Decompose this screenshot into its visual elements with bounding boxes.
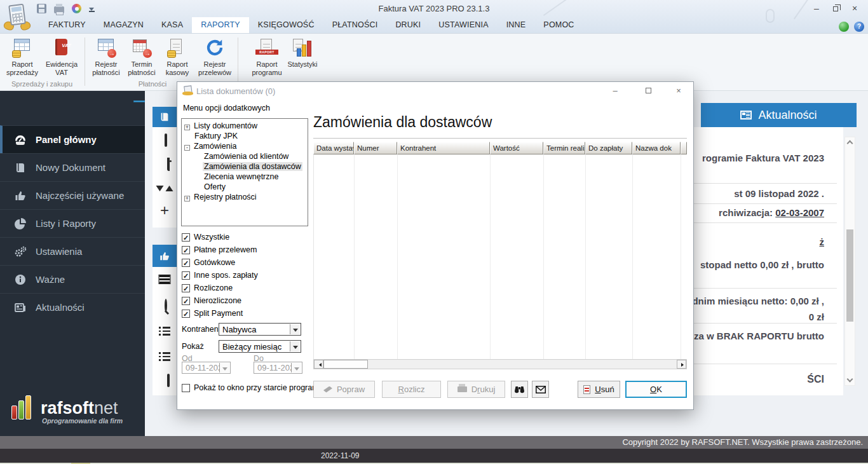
ribbon-raport-sprzedazy[interactable]: Raport sprzedaży [3, 36, 42, 76]
chevron-down-icon[interactable] [290, 324, 300, 334]
sidebar-item-ustawienia[interactable]: Ustawienia [0, 237, 145, 265]
sort-icon[interactable] [156, 186, 173, 191]
tab-inne[interactable]: INNE [498, 17, 535, 33]
ribbon-raport-kasowy[interactable]: Raport kasowy [159, 36, 195, 76]
column-header[interactable]: Data wystawi [313, 142, 354, 154]
card-najczesciej-header[interactable] [153, 245, 177, 267]
column-header[interactable]: Kontrahent [397, 142, 490, 154]
scroll-down-icon[interactable] [847, 376, 853, 383]
column-header[interactable]: Numer [354, 142, 397, 154]
checkbox-icon[interactable] [182, 259, 190, 267]
scroll-up-icon[interactable] [847, 140, 853, 147]
column-header[interactable]: Termin realiz [543, 142, 585, 154]
sidebar-item-aktualnosci[interactable]: Aktualności [0, 293, 145, 321]
horizontal-scrollbar[interactable] [313, 359, 687, 369]
tab-ksiegowosc[interactable]: KSIĘGOWOŚĆ [249, 17, 323, 33]
table-body[interactable] [313, 154, 687, 359]
ribbon-termin-platnosci[interactable]: → Termin płatności [124, 36, 159, 76]
checkbox-icon[interactable] [182, 310, 190, 318]
sidebar-item-listy-i-raporty[interactable]: Listy i Raporty [0, 209, 145, 237]
kontrahent-select[interactable]: Nabywca [219, 323, 301, 336]
dialog-maximize-button[interactable] [639, 86, 657, 97]
tree-item[interactable]: +Listy dokumentów [184, 121, 308, 131]
dialog-titlebar[interactable]: Lista dokumentów (0) – × [177, 82, 693, 99]
checkbox-icon[interactable] [182, 271, 190, 280]
ribbon-rejestr-platnosci[interactable]: → Rejestr płatności [88, 36, 124, 76]
checkbox-icon[interactable] [182, 384, 190, 392]
usun-button[interactable]: Usuń [578, 381, 620, 398]
sidebar-item-wazne[interactable]: Ważne [0, 265, 145, 293]
tab-platnosci[interactable]: PŁATNOŚCI [323, 17, 387, 33]
minimize-button[interactable]: – [810, 4, 824, 14]
filter-inne-spos-zaplaty[interactable]: Inne spos. zapłaty [182, 271, 258, 280]
tab-pomoc[interactable]: POMOC [534, 17, 583, 33]
list-icon[interactable] [159, 352, 170, 363]
ribbon-ewidencja-vat[interactable]: VAT Ewidencja VAT [42, 36, 81, 76]
filter-split-payment[interactable]: Split Payment [182, 309, 243, 318]
calculator-icon[interactable] [167, 374, 170, 387]
help-icon[interactable]: ? [854, 22, 864, 32]
rafsoft-logo[interactable]: rafsoftnet Oprogramowanie dla firm [11, 400, 139, 425]
dialog-minimize-button[interactable]: – [606, 86, 624, 97]
tree-item[interactable]: Faktury JPK [184, 131, 308, 141]
card-nowy-dokument-header[interactable] [153, 107, 177, 127]
tree-expander-icon[interactable]: + [184, 125, 190, 130]
tab-raporty[interactable]: RAPORTY [192, 17, 249, 33]
filter-platne-przelewem[interactable]: Płatne przelewem [182, 245, 257, 254]
filter-nierozliczone[interactable]: Nierozliczone [182, 296, 241, 305]
scrollbar-thumb[interactable] [846, 229, 853, 322]
ribbon-rejestr-przelewow[interactable]: Rejestr przelewów [195, 36, 234, 76]
close-button[interactable]: × [848, 4, 862, 14]
ok-button[interactable]: OK [625, 381, 687, 398]
tag-icon[interactable] [167, 158, 170, 171]
checkbox-icon[interactable] [182, 284, 190, 292]
tree-expander-icon[interactable]: - [184, 145, 190, 151]
filter-gotowkowe[interactable]: Gotówkowe [182, 258, 235, 267]
restore-button[interactable] [829, 4, 843, 14]
column-header[interactable]: Do zapłaty [585, 142, 632, 154]
tab-faktury[interactable]: FAKTURY [39, 17, 95, 33]
search-icon[interactable] [165, 299, 167, 312]
tab-kasa[interactable]: KASA [153, 17, 192, 33]
calculator-icon[interactable] [165, 133, 167, 147]
column-header[interactable]: Nazwa dok [632, 142, 681, 154]
pokaz-select[interactable]: Bieżący miesiąc [219, 340, 301, 353]
checkbox-icon[interactable] [182, 297, 190, 305]
checkbox-icon[interactable] [182, 246, 190, 254]
tree-expander-icon[interactable]: + [184, 196, 190, 201]
tab-magazyn[interactable]: MAGAZYN [95, 17, 153, 33]
menu-opcji-dodatkowych[interactable]: Menu opcji dodatkowych [183, 104, 270, 113]
tree-item-selected[interactable]: Zamówienia dla dostawców [184, 161, 308, 172]
dialog-close-button[interactable]: × [670, 86, 688, 97]
checkbox-icon[interactable] [182, 233, 190, 242]
scroll-right-icon[interactable] [677, 360, 686, 369]
tree-item[interactable]: -Zamówienia [184, 141, 308, 151]
sidebar-item-najczesciej-uzywane[interactable]: Najczęściej używane [0, 181, 145, 209]
sidebar-item-panel-glowny[interactable]: Panel główny [0, 125, 145, 153]
plus-icon[interactable]: + [160, 205, 169, 216]
tree-item[interactable]: +Rejestry płatności [184, 192, 308, 202]
scroll-left-icon[interactable] [314, 360, 323, 369]
chevron-down-icon[interactable] [290, 341, 300, 351]
tab-druki[interactable]: DRUKI [386, 17, 430, 33]
tree-item[interactable]: Oferty [184, 182, 308, 192]
news-panel-header[interactable]: Aktualności [701, 103, 857, 127]
table-icon[interactable] [159, 275, 171, 284]
tab-ustawienia[interactable]: USTAWIENIA [430, 17, 497, 33]
email-button[interactable] [532, 381, 549, 398]
ribbon-statystyki[interactable]: Statystyki [285, 36, 320, 69]
scrollbar-thumb[interactable] [323, 360, 368, 369]
ribbon-raport-programu[interactable]: RAPORT Raport programu [249, 36, 285, 76]
filter-wszystkie[interactable]: Wszystkie [182, 233, 229, 242]
filter-rozliczone[interactable]: Rozliczone [182, 283, 233, 292]
column-header[interactable]: Wartość [490, 142, 543, 154]
list-icon[interactable] [159, 327, 170, 338]
tree-item[interactable]: Zlecenia wewnętrzne [184, 172, 308, 182]
online-status-icon[interactable] [839, 22, 849, 32]
news-link[interactable]: ż [820, 236, 825, 247]
archive-date-link[interactable]: 02-03-2007 [775, 207, 824, 218]
sidebar-item-nowy-dokument[interactable]: Nowy Dokument [0, 153, 145, 181]
news-scrollbar[interactable] [844, 137, 855, 386]
search-binoculars-button[interactable] [511, 381, 528, 398]
startup-checkbox[interactable]: Pokaż to okno przy starcie programu [182, 383, 323, 392]
